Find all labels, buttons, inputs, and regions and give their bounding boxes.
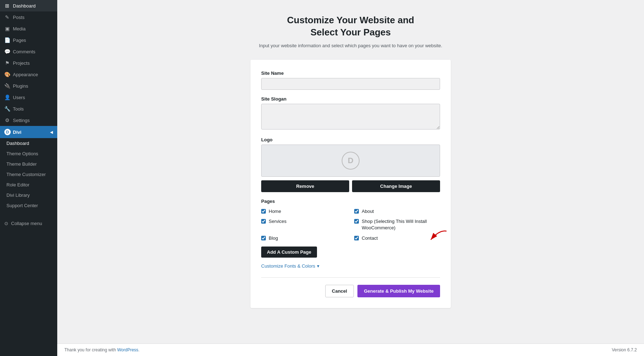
- thanks-text: Thank you for creating with WordPress.: [64, 347, 140, 352]
- logo-buttons: Remove Change Image: [261, 180, 440, 192]
- collapse-menu-button[interactable]: ⊙ Collapse menu: [0, 218, 57, 229]
- divi-submenu-support-center[interactable]: Support Center: [0, 200, 57, 211]
- settings-icon: ⚙: [4, 117, 10, 123]
- pages-grid: Home About Services: [261, 208, 440, 242]
- page-title: Customize Your Website and Select Your P…: [287, 14, 414, 39]
- site-slogan-label: Site Slogan: [261, 96, 440, 102]
- remove-logo-button[interactable]: Remove: [261, 180, 349, 192]
- site-name-input[interactable]: [261, 78, 440, 90]
- users-icon: 👤: [4, 94, 10, 100]
- bottom-bar: Thank you for creating with WordPress. V…: [57, 343, 644, 356]
- divi-arrow-icon: ◀: [50, 130, 53, 134]
- sidebar-item-users[interactable]: 👤 Users: [0, 92, 57, 103]
- divider: [261, 277, 440, 278]
- page-checkbox-about[interactable]: About: [354, 208, 440, 215]
- publish-button[interactable]: Generate & Publish My Website: [357, 285, 440, 297]
- page-checkbox-services[interactable]: Services: [261, 218, 347, 231]
- sidebar-item-appearance[interactable]: 🎨 Appearance: [0, 69, 57, 80]
- change-image-button[interactable]: Change Image: [352, 180, 440, 192]
- sidebar-item-media[interactable]: ▣ Media: [0, 23, 57, 34]
- media-icon: ▣: [4, 26, 10, 31]
- logo-placeholder: D: [261, 145, 440, 177]
- projects-icon: ⚑: [4, 60, 10, 66]
- site-name-label: Site Name: [261, 70, 440, 76]
- setup-card: Site Name Site Slogan Logo D Remove Chan…: [250, 60, 451, 308]
- annotation-container: Home About Services: [261, 208, 440, 242]
- footer-buttons: Cancel Generate & Publish My Website: [261, 285, 440, 297]
- version-text: Version 6.7.2: [612, 347, 637, 352]
- cancel-button[interactable]: Cancel: [325, 285, 354, 297]
- sidebar-item-tools[interactable]: 🔧 Tools: [0, 103, 57, 114]
- sidebar-item-projects[interactable]: ⚑ Projects: [0, 57, 57, 69]
- chevron-down-icon: ▾: [317, 263, 319, 269]
- site-slogan-input[interactable]: [261, 104, 440, 130]
- divi-submenu-divi-library[interactable]: Divi Library: [0, 190, 57, 200]
- comments-icon: 💬: [4, 49, 10, 54]
- appearance-icon: 🎨: [4, 72, 10, 77]
- logo-group: Logo D Remove Change Image: [261, 137, 440, 192]
- divi-submenu-role-editor[interactable]: Role Editor: [0, 180, 57, 190]
- pages-section-label: Pages: [261, 199, 440, 204]
- logo-label: Logo: [261, 137, 440, 142]
- tools-icon: 🔧: [4, 106, 10, 112]
- sidebar-item-plugins[interactable]: 🔌 Plugins: [0, 80, 57, 92]
- divi-submenu-theme-customizer[interactable]: Theme Customizer: [0, 169, 57, 180]
- page-checkbox-home[interactable]: Home: [261, 208, 347, 215]
- pages-icon: 📄: [4, 37, 10, 43]
- divi-submenu: Dashboard Theme Options Theme Builder Th…: [0, 138, 57, 211]
- sidebar-item-posts[interactable]: ✎ Posts: [0, 11, 57, 23]
- logo-d-circle: D: [342, 152, 360, 170]
- add-custom-page-button[interactable]: Add A Custom Page: [261, 247, 317, 258]
- page-checkbox-blog[interactable]: Blog: [261, 235, 347, 242]
- sidebar: ⊞ Dashboard ✎ Posts ▣ Media 📄 Pages 💬 Co…: [0, 0, 57, 356]
- dashboard-icon: ⊞: [4, 3, 10, 9]
- main-content: Customize Your Website and Select Your P…: [57, 0, 644, 356]
- sidebar-item-pages[interactable]: 📄 Pages: [0, 34, 57, 46]
- site-name-group: Site Name: [261, 70, 440, 90]
- divi-logo-icon: D: [4, 129, 11, 135]
- page-checkbox-shop[interactable]: Shop (Selecting This Will Install WooCom…: [354, 218, 440, 231]
- divi-submenu-dashboard[interactable]: Dashboard: [0, 138, 57, 148]
- site-slogan-group: Site Slogan: [261, 96, 440, 131]
- page-subtitle: Input your website information and selec…: [259, 42, 442, 49]
- customize-fonts-link[interactable]: Customize Fonts & Colors ▾: [261, 263, 440, 269]
- pages-section: Pages Home About: [261, 199, 440, 297]
- wordpress-link[interactable]: WordPress: [117, 347, 138, 352]
- page-checkbox-contact[interactable]: Contact: [354, 235, 440, 242]
- divi-submenu-theme-options[interactable]: Theme Options: [0, 148, 57, 159]
- plugins-icon: 🔌: [4, 83, 10, 89]
- page-content-area: Customize Your Website and Select Your P…: [57, 0, 644, 343]
- sidebar-item-comments[interactable]: 💬 Comments: [0, 46, 57, 57]
- sidebar-item-settings[interactable]: ⚙ Settings: [0, 114, 57, 126]
- collapse-icon: ⊙: [4, 221, 8, 226]
- divi-submenu-theme-builder[interactable]: Theme Builder: [0, 159, 57, 169]
- sidebar-item-dashboard[interactable]: ⊞ Dashboard: [0, 0, 57, 11]
- sidebar-divi-header[interactable]: D Divi ◀: [0, 126, 57, 138]
- posts-icon: ✎: [4, 14, 10, 20]
